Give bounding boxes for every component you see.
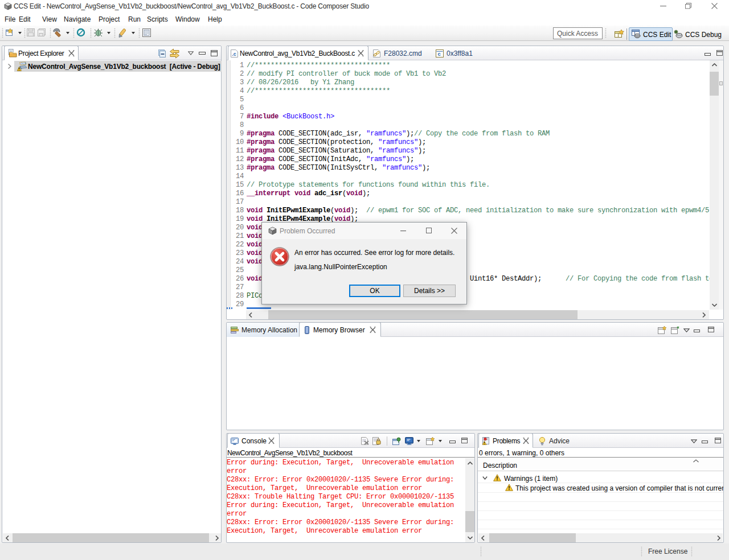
svg-text:CCS: CCS (21, 62, 26, 65)
svg-text:c: c (438, 51, 441, 57)
svg-text:.c: .c (232, 51, 236, 57)
